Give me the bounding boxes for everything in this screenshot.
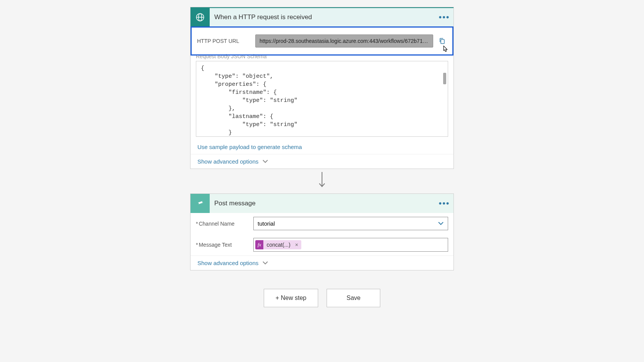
sample-payload-text: Use sample payload to generate schema	[197, 144, 302, 150]
remove-token-icon[interactable]: ×	[294, 242, 301, 248]
trigger-advanced-options[interactable]: Show advanced options	[191, 154, 453, 169]
slack-action-icon	[191, 194, 210, 213]
action-title: Post message	[210, 200, 440, 207]
expression-token[interactable]: fx concat(...) ×	[255, 240, 301, 249]
expression-text: concat(...)	[263, 240, 293, 249]
message-input[interactable]: fx concat(...) ×	[253, 238, 448, 252]
channel-row: *Channel Name tutorial	[191, 213, 453, 234]
channel-value: tutorial	[258, 220, 275, 227]
action-header[interactable]: Post message •••	[191, 194, 453, 213]
trigger-card: When a HTTP request is received ••• HTTP…	[190, 7, 454, 169]
action-menu-icon[interactable]: •••	[440, 199, 449, 208]
trigger-advanced-text: Show advanced options	[197, 158, 258, 165]
trigger-title: When a HTTP request is received	[210, 13, 440, 21]
chevron-down-icon	[438, 220, 444, 227]
trigger-menu-icon[interactable]: •••	[440, 13, 449, 22]
http-url-label: HTTP POST URL	[197, 38, 251, 44]
action-advanced-options[interactable]: Show advanced options	[191, 256, 453, 270]
sample-payload-link[interactable]: Use sample payload to generate schema	[191, 140, 453, 154]
http-trigger-icon	[191, 8, 210, 27]
footer-buttons: + New step Save	[264, 289, 380, 307]
schema-content: { "type": "object", "properties": { "fir…	[196, 61, 448, 137]
svg-rect-3	[441, 39, 444, 44]
http-url-value[interactable]: https://prod-28.southeastasia.logic.azur…	[255, 34, 433, 48]
cursor-icon	[441, 45, 449, 57]
fx-icon: fx	[255, 240, 263, 249]
chevron-down-icon	[262, 260, 268, 266]
message-label: *Message Text	[196, 242, 253, 248]
action-card: Post message ••• *Channel Name tutorial …	[190, 193, 454, 270]
new-step-button[interactable]: + New step	[264, 289, 318, 307]
channel-label: *Channel Name	[196, 221, 253, 227]
chevron-down-icon	[262, 158, 268, 165]
copy-url-button[interactable]	[437, 36, 447, 46]
message-row: *Message Text fx concat(...) ×	[191, 234, 453, 256]
flow-arrow-icon	[318, 172, 326, 190]
save-button[interactable]: Save	[327, 289, 380, 307]
schema-textarea[interactable]: { "type": "object", "properties": { "fir…	[196, 61, 448, 137]
trigger-header[interactable]: When a HTTP request is received •••	[191, 7, 453, 26]
channel-select[interactable]: tutorial	[253, 217, 448, 230]
http-url-row: HTTP POST URL https://prod-28.southeasta…	[191, 26, 453, 56]
action-advanced-text: Show advanced options	[197, 260, 258, 266]
